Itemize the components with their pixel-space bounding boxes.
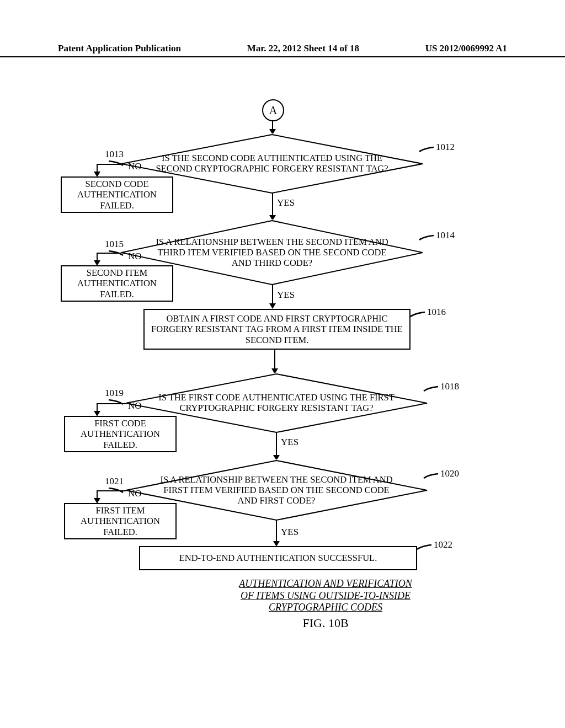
process-1021: FIRST ITEM AUTHENTICATION FAILED. xyxy=(64,503,177,539)
process-1013: SECOND CODE AUTHENTICATION FAILED. xyxy=(61,176,173,213)
process-1019: FIRST CODE AUTHENTICATION FAILED. xyxy=(64,416,177,452)
ref-mark-icon xyxy=(108,250,124,258)
page-header: Patent Application Publication Mar. 22, … xyxy=(0,43,565,57)
header-row: Patent Application Publication Mar. 22, … xyxy=(0,43,565,54)
ref-mark-icon xyxy=(418,234,435,242)
figure-label: FIG. 10B xyxy=(210,616,441,630)
arrow-line xyxy=(97,403,126,404)
label-no: NO xyxy=(128,161,142,172)
label-no: NO xyxy=(128,400,142,411)
ref-mark-icon xyxy=(418,146,435,154)
label-no: NO xyxy=(128,488,142,499)
arrow-down-icon xyxy=(269,303,276,309)
caption-line: CRYPTOGRAPHIC CODES xyxy=(210,602,441,614)
ref-1020: 1020 xyxy=(440,468,459,479)
page: Patent Application Publication Mar. 22, … xyxy=(0,0,565,728)
ref-1015: 1015 xyxy=(105,239,124,250)
arrow-line xyxy=(276,520,277,543)
header-right: US 2012/0069992 A1 xyxy=(425,43,507,54)
ref-1019: 1019 xyxy=(105,388,124,399)
label-no: NO xyxy=(128,251,142,262)
process-1021-text: FIRST ITEM AUTHENTICATION FAILED. xyxy=(65,505,175,537)
ref-1016: 1016 xyxy=(427,307,446,318)
process-1015: SECOND ITEM AUTHENTICATION FAILED. xyxy=(61,265,173,302)
ref-mark-icon xyxy=(108,399,124,406)
ref-1013: 1013 xyxy=(105,149,124,160)
process-1022: END-TO-END AUTHENTICATION SUCCESSFUL. xyxy=(139,546,417,570)
process-1016-text: OBTAIN A FIRST CODE AND FIRST CRYPTOGRAP… xyxy=(145,313,409,345)
header-left: Patent Application Publication xyxy=(58,43,181,54)
arrow-line xyxy=(274,349,275,371)
arrow-line xyxy=(276,432,277,457)
connector-a: A xyxy=(262,99,284,121)
process-1019-text: FIRST CODE AUTHENTICATION FAILED. xyxy=(65,418,175,450)
arrow-line xyxy=(97,164,121,165)
ref-mark-icon xyxy=(409,311,426,319)
ref-1021: 1021 xyxy=(105,476,124,487)
caption-line: OF ITEMS USING OUTSIDE-TO-INSIDE xyxy=(210,590,441,602)
decision-1014-text: IS A RELATIONSHIP BETWEEN THE SECOND ITE… xyxy=(151,237,393,269)
decision-1020-text: IS A RELATIONSHIP BETWEEN THE SECOND ITE… xyxy=(155,475,398,506)
arrow-line xyxy=(97,490,126,491)
ref-1022: 1022 xyxy=(434,539,452,550)
ref-1012: 1012 xyxy=(436,142,455,153)
ref-1014: 1014 xyxy=(436,230,455,241)
process-1015-text: SECOND ITEM AUTHENTICATION FAILED. xyxy=(62,267,172,299)
ref-1018: 1018 xyxy=(440,381,459,392)
decision-1018-text: IS THE FIRST CODE AUTHENTICATED USING TH… xyxy=(155,393,398,414)
label-yes: YES xyxy=(281,527,299,538)
process-1013-text: SECOND CODE AUTHENTICATION FAILED. xyxy=(62,179,172,211)
label-yes: YES xyxy=(277,290,295,301)
arrow-line xyxy=(97,253,121,254)
label-yes: YES xyxy=(277,197,295,208)
ref-mark-icon xyxy=(423,386,439,393)
caption-line: AUTHENTICATION AND VERIFICATION xyxy=(210,578,441,590)
header-center: Mar. 22, 2012 Sheet 14 of 18 xyxy=(247,43,359,54)
label-yes: YES xyxy=(281,437,299,448)
figure-caption: AUTHENTICATION AND VERIFICATION OF ITEMS… xyxy=(210,578,441,630)
process-1016: OBTAIN A FIRST CODE AND FIRST CRYPTOGRAP… xyxy=(143,309,411,350)
ref-mark-icon xyxy=(416,544,433,552)
process-1022-text: END-TO-END AUTHENTICATION SUCCESSFUL. xyxy=(179,553,377,563)
arrow-line xyxy=(272,285,273,306)
flowchart: A IS THE SECOND CODE AUTHENTICATED USING… xyxy=(0,99,565,706)
arrow-line xyxy=(272,193,273,218)
ref-mark-icon xyxy=(423,473,439,480)
decision-1012-text: IS THE SECOND CODE AUTHENTICATED USING T… xyxy=(151,153,393,174)
